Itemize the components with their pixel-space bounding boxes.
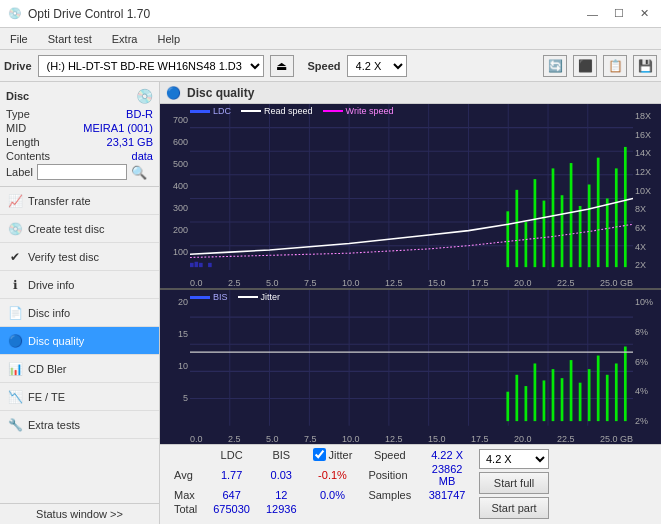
svg-rect-18 — [199, 263, 203, 267]
stop-button[interactable]: ⬛ — [573, 55, 597, 77]
max-label: Max — [166, 488, 205, 502]
close-button[interactable]: ✕ — [636, 7, 653, 20]
sidebar-item-transfer-rate[interactable]: 📈 Transfer rate — [0, 187, 159, 215]
svg-rect-55 — [570, 360, 573, 421]
stats-row-avg: Avg 1.77 0.03 -0.1% Position 23862 MB — [166, 462, 475, 488]
svg-rect-21 — [515, 190, 518, 267]
chart-title-icon: 🔵 — [166, 86, 181, 100]
speed-selector[interactable]: 4.2 X Max 2.0 X — [347, 55, 407, 77]
y-label-4pct: 4% — [633, 387, 661, 396]
chart-upper-legend: LDC Read speed Write speed — [190, 106, 393, 116]
menu-file[interactable]: File — [4, 31, 34, 47]
avg-jitter: -0.1% — [305, 462, 361, 488]
legend-jitter: Jitter — [238, 292, 281, 302]
max-jitter: 0.0% — [305, 488, 361, 502]
col-header-speed: Speed — [360, 447, 419, 462]
disc-contents-value: data — [132, 150, 153, 162]
sidebar-item-create-test-disc[interactable]: 💿 Create test disc — [0, 215, 159, 243]
col-header-bis: BIS — [258, 447, 305, 462]
jitter-checkbox[interactable] — [313, 448, 326, 461]
app-title: Opti Drive Control 1.70 — [28, 7, 150, 21]
svg-rect-28 — [579, 206, 582, 267]
svg-rect-24 — [543, 201, 546, 268]
nav-items: 📈 Transfer rate 💿 Create test disc ✔ Ver… — [0, 187, 159, 503]
legend-write-speed-label: Write speed — [346, 106, 394, 116]
sidebar-item-fe-te[interactable]: 📉 FE / TE — [0, 383, 159, 411]
titlebar-controls[interactable]: — ☐ ✕ — [583, 7, 653, 20]
sidebar-item-disc-quality[interactable]: 🔵 Disc quality — [0, 327, 159, 355]
y-axis-right-lower: 10% 8% 6% 4% 2% — [633, 298, 661, 426]
position-label: Position — [360, 462, 419, 488]
samples-label: Samples — [360, 488, 419, 502]
total-ldc: 675030 — [205, 502, 258, 516]
y-label-18x: 18X — [633, 112, 661, 121]
position-value: 23862 MB — [419, 462, 475, 488]
y-label-600: 600 — [160, 138, 190, 147]
y-label-500: 500 — [160, 160, 190, 169]
legend-read-speed: Read speed — [241, 106, 313, 116]
legend-read-speed-label: Read speed — [264, 106, 313, 116]
nav-label-create-test-disc: Create test disc — [28, 223, 104, 235]
extra-tests-icon: 🔧 — [8, 418, 22, 432]
disc-label-input[interactable] — [37, 164, 127, 180]
disc-mid-label: MID — [6, 122, 26, 134]
max-bis: 12 — [258, 488, 305, 502]
svg-rect-59 — [606, 375, 609, 421]
stats-right: 4.2 X Max 2.0 X Start full Start part — [475, 447, 655, 522]
copy-button[interactable]: 📋 — [603, 55, 627, 77]
sidebar-item-extra-tests[interactable]: 🔧 Extra tests — [0, 411, 159, 439]
col-header-speed-val: 4.22 X — [419, 447, 475, 462]
disc-length-value: 23,31 GB — [107, 136, 153, 148]
y-label-2x: 2X — [633, 261, 661, 270]
nav-label-fe-te: FE / TE — [28, 391, 65, 403]
status-window-button[interactable]: Status window >> — [0, 503, 159, 524]
total-jitter-empty — [305, 502, 361, 516]
chart-lower: BIS Jitter — [160, 290, 661, 444]
sidebar-item-disc-info[interactable]: 📄 Disc info — [0, 299, 159, 327]
svg-rect-17 — [195, 262, 199, 267]
x-axis-lower: 0.0 2.5 5.0 7.5 10.0 12.5 15.0 17.5 20.0… — [190, 434, 633, 444]
svg-rect-58 — [597, 356, 600, 422]
menu-start-test[interactable]: Start test — [42, 31, 98, 47]
start-part-button[interactable]: Start part — [479, 497, 549, 519]
svg-rect-22 — [525, 222, 528, 267]
svg-rect-19 — [208, 263, 212, 267]
sidebar-item-verify-test-disc[interactable]: ✔ Verify test disc — [0, 243, 159, 271]
jitter-checkbox-label[interactable]: Jitter — [313, 448, 353, 461]
stats-speed-select[interactable]: 4.2 X Max 2.0 X — [479, 449, 549, 469]
total-label: Total — [166, 502, 205, 516]
legend-ldc: LDC — [190, 106, 231, 116]
avg-ldc: 1.77 — [205, 462, 258, 488]
chart-upper: LDC Read speed Write speed — [160, 104, 661, 290]
disc-label-label: Label — [6, 166, 33, 178]
start-full-row: Start full — [479, 472, 651, 494]
avg-bis: 0.03 — [258, 462, 305, 488]
y-axis-right-upper: 18X 16X 14X 12X 10X 8X 6X 4X 2X — [633, 112, 661, 270]
minimize-button[interactable]: — — [583, 8, 602, 20]
drive-selector[interactable]: (H:) HL-DT-ST BD-RE WH16NS48 1.D3 — [38, 55, 264, 77]
svg-rect-23 — [534, 179, 537, 267]
menu-help[interactable]: Help — [151, 31, 186, 47]
titlebar: 💿 Opti Drive Control 1.70 — ☐ ✕ — [0, 0, 661, 28]
maximize-button[interactable]: ☐ — [610, 7, 628, 20]
charts-area: LDC Read speed Write speed — [160, 104, 661, 444]
eject-button[interactable]: ⏏ — [270, 55, 294, 77]
create-test-disc-icon: 💿 — [8, 222, 22, 236]
start-full-button[interactable]: Start full — [479, 472, 549, 494]
sidebar: Disc 💿 Type BD-R MID MEIRA1 (001) Length… — [0, 82, 160, 524]
sidebar-item-drive-info[interactable]: ℹ Drive info — [0, 271, 159, 299]
disc-label-icon[interactable]: 🔍 — [131, 165, 147, 180]
disc-contents-label: Contents — [6, 150, 50, 162]
refresh-button[interactable]: 🔄 — [543, 55, 567, 77]
menu-extra[interactable]: Extra — [106, 31, 144, 47]
y-label-10: 10 — [160, 362, 190, 371]
fe-te-icon: 📉 — [8, 390, 22, 404]
save-button[interactable]: 💾 — [633, 55, 657, 77]
y-label-12x: 12X — [633, 168, 661, 177]
nav-label-cd-bler: CD Bler — [28, 363, 67, 375]
col-header-jitter-label: Jitter — [305, 447, 361, 462]
drive-info-icon: ℹ — [8, 278, 22, 292]
y-label-20: 20 — [160, 298, 190, 307]
y-axis-left-lower: 20 15 10 5 — [160, 298, 190, 426]
sidebar-item-cd-bler[interactable]: 📊 CD Bler — [0, 355, 159, 383]
